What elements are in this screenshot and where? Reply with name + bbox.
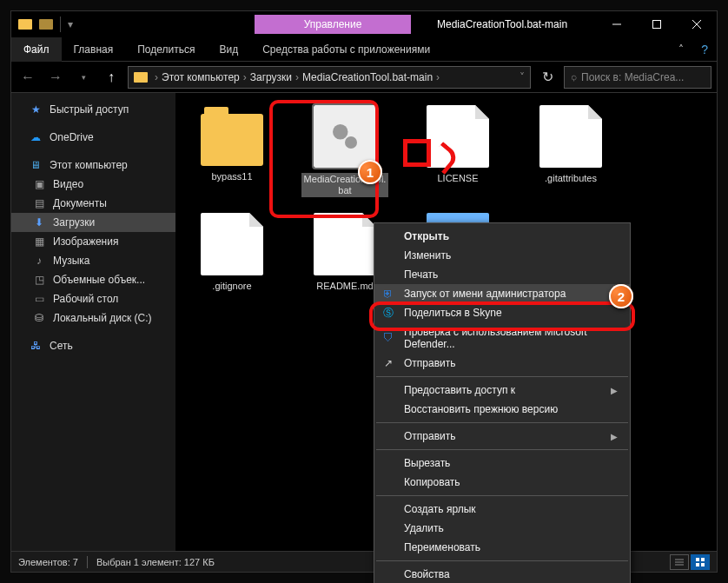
view-details-button[interactable] [670, 554, 689, 570]
ctx-give-access[interactable]: Предоставить доступ к▶ [374, 381, 630, 400]
ctx-defender[interactable]: ⛉Проверка с использованием Microsoft Def… [374, 322, 630, 354]
onedrive-icon: ☁ [29, 130, 43, 144]
svg-rect-5 [696, 563, 699, 566]
cube-icon: ◳ [32, 273, 46, 287]
minimize-button[interactable] [597, 11, 637, 37]
music-icon: ♪ [32, 254, 46, 268]
sidebar-item-desktop[interactable]: ▭Рабочий стол [11, 289, 175, 308]
tab-view[interactable]: Вид [207, 43, 250, 56]
context-menu: Открыть Изменить Печать ⛨Запуск от имени… [374, 222, 631, 583]
status-selection: Выбран 1 элемент: 127 КБ [96, 557, 215, 567]
ctx-sendto[interactable]: Отправить▶ [374, 427, 630, 446]
network-icon: 🖧 [29, 339, 43, 353]
file-item-bat[interactable]: MediaCreationTool.bat [301, 105, 388, 197]
sidebar-item-onedrive[interactable]: ☁OneDrive [11, 128, 175, 147]
ctx-open[interactable]: Открыть [374, 227, 630, 246]
svg-rect-3 [696, 558, 699, 561]
tab-file[interactable]: Файл [11, 37, 62, 62]
tab-share[interactable]: Поделиться [125, 43, 207, 56]
ctx-copy[interactable]: Копировать [374, 473, 630, 492]
ctx-separator [376, 449, 628, 450]
sidebar-item-thispc[interactable]: 🖥Этот компьютер [11, 156, 175, 175]
nav-up-button[interactable]: ↑ [100, 66, 122, 89]
desktop-icon: ▭ [32, 292, 46, 306]
ctx-cut[interactable]: Вырезать [374, 454, 630, 473]
help-icon[interactable]: ? [692, 43, 717, 56]
file-item[interactable]: .gitignore [189, 213, 275, 292]
maximize-button[interactable] [637, 11, 677, 37]
qat-icon[interactable] [39, 19, 53, 30]
shield-icon: ⛨ [381, 287, 395, 301]
sidebar-item-documents[interactable]: ▤Документы [11, 194, 175, 213]
share-icon: ↗ [381, 356, 395, 370]
defender-icon: ⛉ [381, 331, 395, 345]
search-icon: ⌕ [566, 70, 579, 83]
ctx-skype[interactable]: ⓈПоделиться в Skynе [374, 303, 630, 322]
svg-point-2 [345, 136, 357, 149]
file-icon [314, 213, 376, 275]
file-label: .gitattributes [545, 173, 597, 184]
status-count: Элементов: 7 [18, 557, 78, 567]
breadcrumb[interactable]: › Этот компьютер › Загрузки › MediaCreat… [128, 66, 531, 89]
sidebar-item-pictures[interactable]: ▦Изображения [11, 232, 175, 251]
file-icon [539, 105, 602, 168]
nav-forward-button: → [44, 66, 67, 89]
ribbon: Файл Главная Поделиться Вид Средства раб… [11, 37, 717, 62]
contextual-tab-manage[interactable]: Управление [255, 15, 411, 34]
ctx-restore[interactable]: Восстановить прежнюю версию [374, 400, 630, 419]
view-icons-button[interactable] [691, 554, 710, 570]
breadcrumb-dropdown-icon[interactable]: ˅ [520, 71, 525, 83]
ctx-print[interactable]: Печать [374, 265, 630, 284]
tab-apptools[interactable]: Средства работы с приложениями [250, 43, 442, 56]
chevron-right-icon: ▶ [611, 432, 618, 441]
bat-icon [314, 105, 376, 168]
sidebar-item-music[interactable]: ♪Музыка [11, 251, 175, 270]
monitor-icon: 🖥 [29, 158, 43, 172]
pictures-icon: ▦ [32, 235, 46, 248]
ribbon-collapse-icon[interactable]: ˄ [670, 43, 692, 56]
address-bar: ← → ▾ ↑ › Этот компьютер › Загрузки › Me… [11, 62, 717, 93]
annotation-badge-1: 1 [358, 160, 382, 184]
file-label: .gitignore [212, 281, 251, 292]
gear-icon [327, 118, 363, 155]
chevron-right-icon: ▶ [611, 386, 618, 395]
download-icon: ⬇ [32, 215, 46, 229]
ctx-shortcut[interactable]: Создать ярлык [374, 500, 630, 519]
document-icon: ▤ [32, 196, 46, 210]
titlebar: ▾ Управление MediaCreationTool.bat-main [11, 11, 717, 37]
breadcrumb-part[interactable]: Загрузки [250, 71, 292, 83]
sidebar-item-quickaccess[interactable]: ★Быстрый доступ [11, 100, 175, 119]
ctx-runas-admin[interactable]: ⛨Запуск от имени администратора [374, 284, 630, 303]
ctx-share[interactable]: ↗Отправить [374, 354, 630, 373]
search-input[interactable]: ⌕ Поиск в: MediaCrea... [564, 66, 711, 89]
nav-recent-button[interactable]: ▾ [72, 66, 95, 89]
sidebar-item-downloads[interactable]: ⬇Загрузки [11, 213, 175, 232]
window-title: MediaCreationTool.bat-main [411, 18, 597, 30]
ctx-properties[interactable]: Свойства [374, 565, 630, 583]
disk-icon: ⛁ [32, 311, 46, 325]
sidebar-item-3dobjects[interactable]: ◳Объемные объек... [11, 270, 175, 289]
close-button[interactable] [677, 11, 717, 37]
sidebar-item-videos[interactable]: ▣Видео [11, 175, 175, 194]
file-item[interactable]: .gitattributes [527, 105, 614, 197]
annotation-badge-2: 2 [609, 284, 633, 308]
tab-home[interactable]: Главная [62, 43, 126, 56]
svg-rect-6 [701, 563, 705, 566]
file-item-folder[interactable]: bypass11 [189, 105, 275, 197]
nav-back-button[interactable]: ← [17, 66, 39, 89]
ctx-rename[interactable]: Переименовать [374, 538, 630, 557]
sidebar-item-network[interactable]: 🖧Сеть [11, 336, 175, 355]
breadcrumb-part[interactable]: MediaCreationTool.bat-main [302, 71, 433, 83]
search-placeholder: Поиск в: MediaCrea... [581, 71, 684, 83]
breadcrumb-part[interactable]: Этот компьютер [162, 71, 240, 83]
refresh-button[interactable]: ↻ [536, 69, 559, 85]
sidebar-item-localdisk[interactable]: ⛁Локальный диск (C:) [11, 308, 175, 328]
ctx-delete[interactable]: Удалить [374, 519, 630, 538]
svg-rect-4 [701, 558, 705, 561]
ctx-separator [376, 495, 628, 496]
ctx-separator [376, 422, 628, 423]
ctx-separator [376, 560, 628, 561]
star-icon: ★ [29, 103, 43, 116]
navigation-pane: ★Быстрый доступ ☁OneDrive 🖥Этот компьюте… [11, 93, 176, 551]
ctx-edit[interactable]: Изменить [374, 246, 630, 265]
